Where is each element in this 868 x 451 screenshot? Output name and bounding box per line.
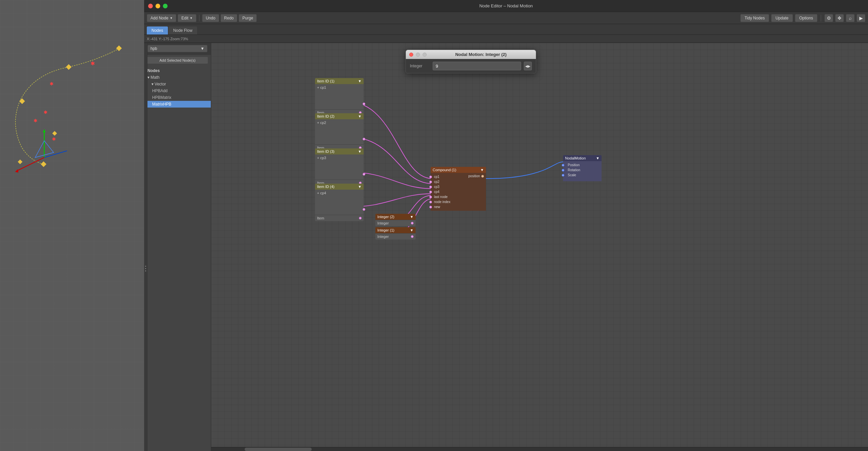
dropdown-arrow-icon: ▼ [190, 17, 193, 20]
port-cp3-label: cp3 [433, 185, 439, 189]
item-id-4-output-port[interactable] [363, 208, 365, 211]
tab-node-flow[interactable]: Node Flow [168, 27, 197, 34]
item-id-4-footer-port[interactable] [359, 217, 362, 220]
h-scrollbar[interactable] [211, 447, 868, 451]
search-icon-button[interactable]: ⌕ [846, 14, 855, 22]
item-id-3-output-port[interactable] [363, 173, 365, 175]
update-button[interactable]: Update [771, 14, 793, 22]
tidy-nodes-button[interactable]: Tidy Nodes [740, 14, 769, 22]
prop-minimize-button[interactable] [416, 53, 420, 57]
item-id-2-node[interactable]: Item ID (2) ▼ + cp2 Item [315, 113, 364, 151]
item-id-1-header: Item ID (1) ▼ [315, 78, 364, 84]
nodal-motion-node[interactable]: NodalMotion ▼ Position Rotation [563, 155, 601, 181]
expand-icon-button[interactable]: ▶ [857, 14, 865, 22]
svg-line-12 [72, 234, 100, 451]
expand-icon[interactable]: ▼ [410, 228, 413, 232]
tree-header: Nodes [144, 67, 211, 74]
compound-port-new[interactable] [429, 206, 432, 208]
integer-2-node[interactable]: Integer (2) ▼ Integer [375, 214, 415, 226]
compound-1-node[interactable]: Compound (1) ▼ cp1 cp2 [431, 167, 486, 211]
expand-icon[interactable]: ▼ [596, 156, 599, 160]
add-node-button[interactable]: Add Node ▼ [147, 14, 176, 22]
svg-rect-30 [52, 131, 57, 136]
node-canvas[interactable]: Item ID (1) ▼ + cp1 Item Item ID [211, 43, 868, 451]
maximize-button[interactable] [163, 4, 167, 8]
compound-1-body: cp1 cp2 cp3 [431, 173, 486, 211]
prop-integer-value[interactable]: 9 [433, 62, 521, 70]
compound-position-port[interactable] [481, 175, 484, 178]
item-id-2-output-port[interactable] [363, 138, 365, 140]
item-id-4-header: Item ID (4) ▼ [315, 184, 364, 190]
nodal-scale-label: Scale [566, 173, 576, 177]
close-button[interactable] [148, 4, 153, 8]
minimize-button[interactable] [155, 4, 160, 8]
tree-category-math[interactable]: ▾ Math [144, 74, 211, 81]
prop-maximize-button[interactable] [423, 53, 427, 57]
svg-rect-17 [20, 98, 25, 104]
item-id-1-cp: + cp1 [317, 86, 326, 90]
nodal-motion-body: Position Rotation Scale [563, 161, 601, 181]
prop-close-button[interactable] [409, 53, 413, 57]
move-icon-button[interactable]: ✥ [835, 14, 844, 22]
item-id-1-node[interactable]: Item ID (1) ▼ + cp1 Item [315, 78, 364, 116]
canvas-area: Item ID (1) ▼ + cp1 Item Item ID [211, 43, 868, 451]
compound-port-cp4[interactable] [429, 191, 432, 193]
nodal-motion-label: NodalMotion [565, 156, 586, 160]
nodal-port-position[interactable] [562, 164, 564, 166]
svg-text:✱: ✱ [91, 61, 95, 66]
svg-line-26 [17, 158, 44, 171]
redo-button[interactable]: Redo [220, 14, 238, 22]
svg-line-10 [72, 234, 127, 451]
expand-icon[interactable]: ▼ [358, 114, 362, 118]
h-scrollbar-thumb[interactable] [245, 448, 312, 451]
port-lastnode-row: last node [433, 194, 483, 199]
compound-port-cp2[interactable] [429, 181, 432, 183]
tree-item-matrixhpb[interactable]: MatrixHPB [144, 101, 211, 107]
item-id-4-footer: Item [315, 215, 364, 221]
item-id-3-node[interactable]: Item ID (3) ▼ + cp3 Item [315, 149, 364, 186]
purge-button[interactable]: Purge [239, 14, 257, 22]
expand-icon[interactable]: ▼ [410, 215, 413, 219]
node-editor: Node Editor – Nodal Motion Add Node ▼ Ed… [144, 0, 868, 451]
tab-nodes[interactable]: Nodes [147, 27, 168, 34]
drag-handle[interactable] [144, 43, 148, 451]
undo-button[interactable]: Undo [202, 14, 219, 22]
nodal-port-scale[interactable] [562, 174, 564, 176]
prop-integer-label: Integer [410, 64, 430, 68]
tree-category-vector[interactable]: ▾ Vector [144, 81, 211, 88]
drag-dot [145, 270, 146, 271]
tree-item-hpbadd[interactable]: HPBAdd [144, 88, 211, 94]
drag-dot [145, 266, 146, 267]
main-area: hpb ▼ Add Selected Node(s) Nodes ▾ Math … [144, 43, 868, 451]
compound-port-cp1[interactable] [429, 175, 432, 178]
item-id-1-output-port[interactable] [363, 102, 365, 105]
prop-arrow-button[interactable]: ◀▶ [524, 62, 532, 70]
compound-port-nodeindex[interactable] [429, 201, 432, 203]
dropdown-arrow-icon: ▼ [169, 17, 173, 20]
tree-item-hpbmatrix[interactable]: HPBMatrix [144, 94, 211, 101]
viewport-3d[interactable]: ✱ ✱ ✱ ✱ ✱ [0, 0, 144, 451]
add-selected-button[interactable]: Add Selected Node(s) [147, 57, 208, 64]
svg-text:✱: ✱ [33, 118, 37, 123]
integer-2-footer: Integer [375, 220, 415, 226]
expand-icon[interactable]: ▼ [358, 150, 362, 154]
nodal-port-rotation[interactable] [562, 169, 564, 171]
expand-icon[interactable]: ▼ [480, 168, 484, 172]
prop-panel-title: Nodal Motion: Integer (2) [429, 52, 532, 57]
hpb-selector[interactable]: hpb ▼ [148, 45, 208, 52]
compound-port-cp3[interactable] [429, 186, 432, 188]
options-button[interactable]: Options [795, 14, 817, 22]
item-id-4-label: Item ID (4) [317, 185, 335, 189]
item-id-4-node[interactable]: Item ID (4) ▼ + cp4 Item [315, 184, 364, 221]
port-cp4-row: cp4 [433, 189, 483, 194]
expand-icon[interactable]: ▼ [358, 79, 362, 83]
integer-2-port[interactable] [411, 222, 413, 225]
edit-button[interactable]: Edit ▼ [178, 14, 196, 22]
window-title: Node Editor – Nodal Motion [479, 3, 533, 8]
item-id-1-body: + cp1 [315, 84, 364, 109]
compound-port-lastnode[interactable] [429, 196, 432, 198]
expand-icon[interactable]: ▼ [358, 185, 362, 189]
settings-icon-button[interactable]: ⚙ [825, 14, 833, 22]
integer-1-port[interactable] [411, 235, 413, 238]
integer-1-node[interactable]: Integer (1) ▼ Integer [375, 227, 415, 239]
